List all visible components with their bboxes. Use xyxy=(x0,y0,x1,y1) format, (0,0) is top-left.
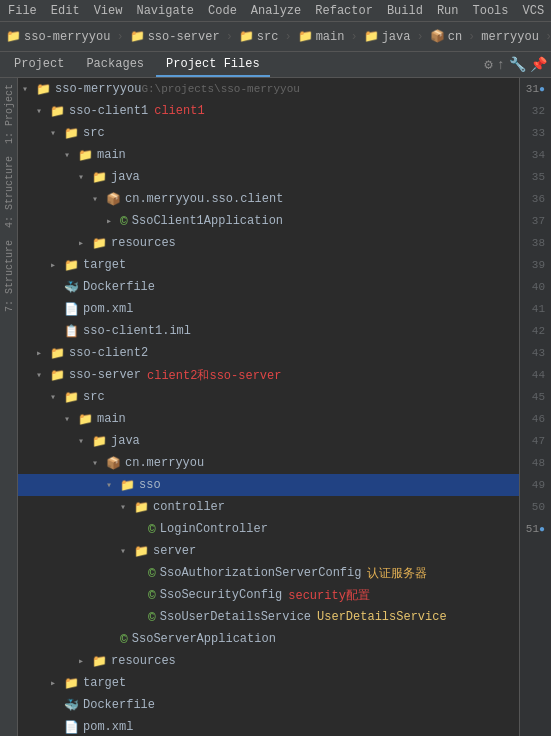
expand-arrow[interactable]: ▾ xyxy=(92,457,106,469)
tree-item-SsoAuthorizationServerConfig[interactable]: © SsoAuthorizationServerConfig 认证服务器 xyxy=(18,562,519,584)
line-number-39: 39 xyxy=(532,254,545,276)
tree-item-sso-client2[interactable]: ▸ 📁 sso-client2 xyxy=(18,342,519,364)
tab-project-files[interactable]: Project Files xyxy=(156,53,270,77)
spring-icon: © xyxy=(148,522,156,537)
file-name: sso xyxy=(139,478,161,492)
breadcrumb-merryyou[interactable]: merryyou xyxy=(481,30,539,44)
expand-arrow[interactable]: ▸ xyxy=(106,215,120,227)
expand-arrow[interactable]: ▸ xyxy=(78,655,92,667)
package-icon: 📦 xyxy=(106,192,121,207)
menu-tools[interactable]: Tools xyxy=(473,4,509,18)
tree-item-target[interactable]: ▸ 📁 target xyxy=(18,254,519,276)
tree-item-controller[interactable]: ▾ 📁 controller xyxy=(18,496,519,518)
tree-item-sso-merryyou[interactable]: ▾ 📁 sso-merryyou G:\projects\sso-merryyo… xyxy=(18,78,519,100)
tree-item-resources[interactable]: ▸ 📁 resources xyxy=(18,650,519,672)
expand-arrow[interactable]: ▾ xyxy=(78,435,92,447)
tree-item-main[interactable]: ▾ 📁 main xyxy=(18,144,519,166)
line-number-42: 42 xyxy=(532,320,545,342)
iml-icon: 📋 xyxy=(64,324,79,339)
menu-build[interactable]: Build xyxy=(387,4,423,18)
tree-item-sso-client1-iml[interactable]: 📋 sso-client1.iml xyxy=(18,320,519,342)
menu-analyze[interactable]: Analyze xyxy=(251,4,301,18)
tree-item-LoginController[interactable]: © LoginController xyxy=(18,518,519,540)
menu-run[interactable]: Run xyxy=(437,4,459,18)
breadcrumb-sso-merryyou[interactable]: 📁 sso-merryyou xyxy=(6,29,110,44)
tree-item-src[interactable]: ▾ 📁 src xyxy=(18,122,519,144)
menu-file[interactable]: File xyxy=(8,4,37,18)
expand-arrow[interactable]: ▾ xyxy=(120,545,134,557)
tree-item-sso-server[interactable]: ▾ 📁 sso-server client2和sso-server xyxy=(18,364,519,386)
menu-refactor[interactable]: Refactor xyxy=(315,4,373,18)
settings-icon[interactable]: ⚙ xyxy=(484,56,492,73)
menu-edit[interactable]: Edit xyxy=(51,4,80,18)
breadcrumb-cn[interactable]: 📦 cn xyxy=(430,29,462,44)
tree-item-Dockerfile[interactable]: 🐳 Dockerfile xyxy=(18,694,519,716)
tree-item-java[interactable]: ▾ 📁 java xyxy=(18,166,519,188)
breadcrumb-sso-server[interactable]: 📁 sso-server xyxy=(130,29,220,44)
expand-arrow[interactable]: ▾ xyxy=(36,369,50,381)
tree-item-target[interactable]: ▸ 📁 target xyxy=(18,672,519,694)
tree-item-pom-xml[interactable]: 📄 pom.xml xyxy=(18,298,519,320)
expand-arrow[interactable]: ▸ xyxy=(50,259,64,271)
folder-icon: 📁 xyxy=(50,346,65,361)
file-name: controller xyxy=(153,500,225,514)
file-name: target xyxy=(83,258,126,272)
scroll-icon[interactable]: ↑ xyxy=(497,57,505,73)
tab-packages[interactable]: Packages xyxy=(76,53,154,77)
file-path: G:\projects\sso-merryyou xyxy=(141,83,299,95)
xml-icon: 📄 xyxy=(64,720,79,735)
tab-project[interactable]: Project xyxy=(4,53,74,77)
line-numbers: 31 ●323334353637383940414243444546474849… xyxy=(519,78,551,736)
expand-arrow[interactable]: ▾ xyxy=(92,193,106,205)
menu-navigate[interactable]: Navigate xyxy=(136,4,194,18)
expand-arrow[interactable]: ▾ xyxy=(120,501,134,513)
expand-arrow[interactable]: ▾ xyxy=(50,391,64,403)
file-name: cn.merryyou xyxy=(125,456,204,470)
line-number-37: 37 xyxy=(532,210,545,232)
pin-icon[interactable]: 📌 xyxy=(530,56,547,73)
tree-item-pom-xml[interactable]: 📄 pom.xml xyxy=(18,716,519,736)
expand-arrow[interactable]: ▾ xyxy=(64,149,78,161)
folder-icon: 📁 xyxy=(92,654,107,669)
menu-vcs[interactable]: VCS xyxy=(523,4,545,18)
expand-arrow[interactable]: ▾ xyxy=(106,479,120,491)
tree-item-main[interactable]: ▾ 📁 main xyxy=(18,408,519,430)
menu-view[interactable]: View xyxy=(94,4,123,18)
tree-item-sso[interactable]: ▾ 📁 sso xyxy=(18,474,519,496)
menu-code[interactable]: Code xyxy=(208,4,237,18)
file-name: resources xyxy=(111,236,176,250)
sidebar-label-4-structure[interactable]: 4: Structure xyxy=(0,150,17,234)
breadcrumb-src[interactable]: 📁 src xyxy=(239,29,279,44)
breadcrumb-java[interactable]: 📁 java xyxy=(364,29,411,44)
line-number-34: 34 xyxy=(532,144,545,166)
expand-arrow[interactable]: ▾ xyxy=(64,413,78,425)
folder-yellow-icon: 📁 xyxy=(64,258,79,273)
expand-arrow[interactable]: ▸ xyxy=(50,677,64,689)
tree-item-SsoUserDetailsService[interactable]: © SsoUserDetailsService UserDetailsServi… xyxy=(18,606,519,628)
expand-arrow[interactable]: ▸ xyxy=(36,347,50,359)
tree-item-cn-merryyou-sso-client[interactable]: ▾ 📦 cn.merryyou.sso.client xyxy=(18,188,519,210)
config-icon[interactable]: 🔧 xyxy=(509,56,526,73)
annotation: security配置 xyxy=(288,587,370,604)
sidebar-label-7-structure[interactable]: 7: Structure xyxy=(0,234,17,318)
line-number-41: 41 xyxy=(532,298,545,320)
expand-arrow[interactable]: ▾ xyxy=(50,127,64,139)
line-number-43: 43 xyxy=(532,342,545,364)
tree-item-sso-client1[interactable]: ▾ 📁 sso-client1 client1 xyxy=(18,100,519,122)
breadcrumb-main[interactable]: 📁 main xyxy=(298,29,345,44)
tree-item-server[interactable]: ▾ 📁 server xyxy=(18,540,519,562)
expand-arrow[interactable]: ▸ xyxy=(78,237,92,249)
tree-item-java[interactable]: ▾ 📁 java xyxy=(18,430,519,452)
file-name: pom.xml xyxy=(83,720,133,734)
sidebar-label-1-project[interactable]: 1: Project xyxy=(0,78,17,150)
tree-item-SsoClient1Application[interactable]: ▸ © SsoClient1Application xyxy=(18,210,519,232)
expand-arrow[interactable]: ▾ xyxy=(22,83,36,95)
tree-item-Dockerfile[interactable]: 🐳 Dockerfile xyxy=(18,276,519,298)
expand-arrow[interactable]: ▾ xyxy=(78,171,92,183)
tree-item-src[interactable]: ▾ 📁 src xyxy=(18,386,519,408)
tree-item-SsoSecurityConfig[interactable]: © SsoSecurityConfig security配置 xyxy=(18,584,519,606)
expand-arrow[interactable]: ▾ xyxy=(36,105,50,117)
tree-item-cn-merryyou[interactable]: ▾ 📦 cn.merryyou xyxy=(18,452,519,474)
tree-item-SsoServerApplication[interactable]: © SsoServerApplication xyxy=(18,628,519,650)
tree-item-resources[interactable]: ▸ 📁 resources xyxy=(18,232,519,254)
